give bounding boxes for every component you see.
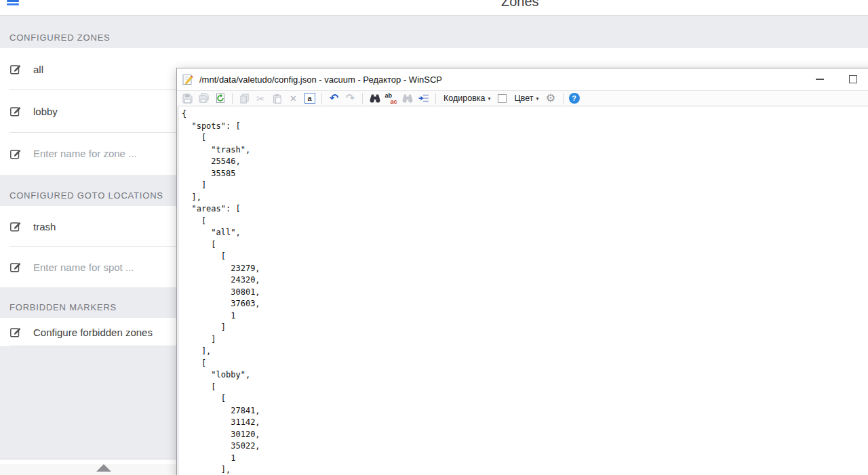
toolbar-separator	[435, 93, 436, 104]
preferences-button[interactable]: ⚙	[545, 92, 557, 104]
edit-icon[interactable]	[9, 105, 22, 117]
page-title: Zones	[501, 0, 539, 9]
encoding-dropdown[interactable]: Кодировка▾	[441, 94, 493, 103]
toolbar-separator	[232, 93, 233, 104]
section-label: CONFIGURED GOTO LOCATIONS	[9, 190, 163, 201]
go-to-line-button[interactable]	[417, 92, 430, 104]
help-button[interactable]: ?	[569, 93, 580, 104]
editor-content[interactable]: { "spots": [ [ "trash", 25546, 35585 ] ]…	[177, 107, 868, 475]
undo-button[interactable]: ↶	[328, 92, 340, 104]
section-header-configured-zones: CONFIGURED ZONES	[0, 16, 868, 48]
winscp-editor-window: /mnt/data/valetudo/config.json - vacuum …	[176, 68, 868, 475]
reload-button[interactable]	[214, 92, 226, 104]
save-button[interactable]	[181, 92, 194, 104]
chevron-down-icon: ▾	[488, 96, 490, 102]
find-next-button[interactable]	[401, 92, 414, 104]
copy-button[interactable]	[238, 92, 251, 104]
edit-icon[interactable]	[9, 63, 22, 75]
color-dropdown[interactable]: Цвет▾	[513, 94, 541, 103]
minimize-button[interactable]	[816, 79, 824, 80]
spot-name: trash	[33, 221, 56, 232]
section-label: CONFIGURED ZONES	[9, 33, 111, 43]
window-title: /mnt/data/valetudo/config.json - vacuum …	[199, 75, 442, 85]
toolbar-separator	[321, 93, 322, 104]
edit-icon[interactable]	[9, 261, 22, 273]
screen: Zones CONFIGURED ZONES all lobby	[0, 0, 868, 475]
color-checkbox[interactable]	[498, 94, 507, 103]
menu-icon[interactable]	[7, 0, 19, 7]
paste-button[interactable]	[271, 92, 283, 104]
expand-up-icon[interactable]	[96, 464, 111, 472]
editor-toolbar: ✂ ✕ a ↶ ↷ abac Кодировка▾	[177, 90, 868, 106]
delete-button[interactable]: ✕	[287, 92, 300, 104]
section-label: FORBIDDEN MARKERS	[9, 302, 117, 312]
find-button[interactable]	[368, 92, 381, 104]
gear-icon: ⚙	[546, 93, 555, 104]
zone-name: lobby	[33, 106, 58, 117]
edit-icon[interactable]	[9, 148, 22, 160]
app-topbar: Zones	[0, 0, 868, 16]
redo-button[interactable]: ↷	[344, 92, 357, 104]
zone-name: all	[33, 64, 43, 75]
replace-button[interactable]: abac	[384, 92, 397, 104]
chevron-down-icon: ▾	[536, 96, 539, 102]
edit-icon[interactable]	[9, 220, 22, 232]
toolbar-separator	[563, 93, 564, 104]
editor-document-icon	[182, 74, 194, 85]
forbidden-zones-label: Configure forbidden zones	[33, 327, 153, 338]
maximize-button[interactable]	[849, 75, 857, 83]
save-all-button[interactable]	[197, 92, 210, 104]
window-titlebar[interactable]: /mnt/data/valetudo/config.json - vacuum …	[177, 68, 868, 90]
toolbar-separator	[362, 93, 363, 104]
cut-button[interactable]: ✂	[254, 92, 267, 104]
json-text[interactable]: { "spots": [ [ "trash", 25546, 35585 ] ]…	[182, 108, 868, 475]
select-all-button[interactable]: a	[303, 92, 316, 104]
edit-icon[interactable]	[9, 326, 22, 338]
